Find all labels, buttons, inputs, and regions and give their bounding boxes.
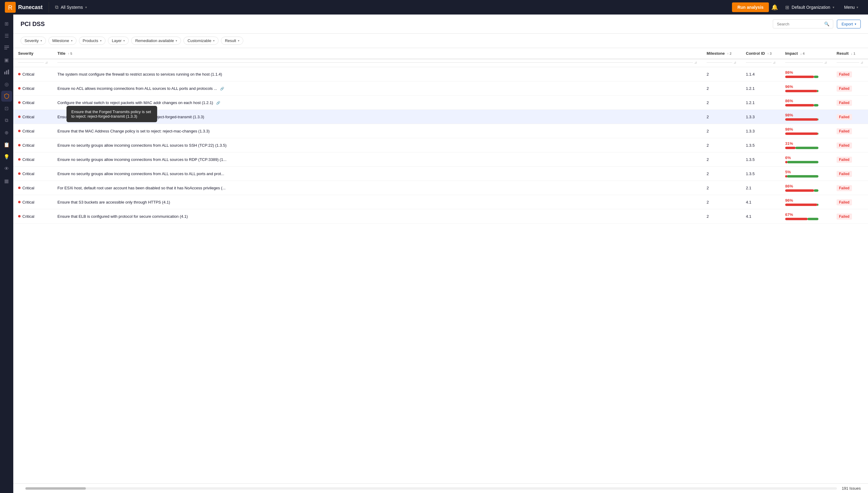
- table-row[interactable]: Critical Ensure that S3 buckets are acce…: [13, 195, 868, 209]
- filter-result[interactable]: Result ▾: [221, 37, 243, 45]
- title-text-0: The system must configure the firewall t…: [58, 72, 222, 77]
- sidebar-icon-target[interactable]: ◎: [1, 79, 12, 89]
- severity-label-0: Critical: [22, 72, 35, 77]
- controlid-cell-8: 2.1: [741, 181, 780, 195]
- external-link-icon-2[interactable]: 🔗: [216, 101, 220, 105]
- table-row[interactable]: Critical Ensure no ACL allows incoming c…: [13, 81, 868, 95]
- sidebar-icon-document[interactable]: 📋: [1, 139, 12, 150]
- sidebar-icon-link[interactable]: ⊕: [1, 127, 12, 138]
- header-right: 🔍 Export ▾: [773, 19, 861, 28]
- sidebar-icon-home[interactable]: ⊞: [1, 18, 12, 29]
- sidebar-icon-folder[interactable]: ▣: [1, 55, 12, 65]
- table-row[interactable]: Critical Ensure no security groups allow…: [13, 138, 868, 152]
- filter-remediation-chevron-icon: ▾: [176, 39, 177, 42]
- impact-bar-red-9: [785, 203, 817, 206]
- sidebar-icon-shield[interactable]: [1, 91, 12, 102]
- th-milestone[interactable]: Milestone ↑ 2: [702, 48, 741, 59]
- scroll-thumb[interactable]: [25, 487, 86, 490]
- result-cell-6: Failed: [832, 152, 868, 167]
- org-label: Default Organization: [792, 5, 830, 10]
- table-row[interactable]: Critical Ensure no security groups allow…: [13, 167, 868, 181]
- table-header-row: Severity Title ↑ 5 Milestone ↑ 2 Control…: [13, 48, 868, 59]
- filter-products-chevron-icon: ▾: [100, 39, 101, 42]
- severity-label-7: Critical: [22, 171, 35, 176]
- table-row[interactable]: Critical Ensure that the MAC Address Cha…: [13, 124, 868, 138]
- sidebar-icon-server[interactable]: ▦: [1, 175, 12, 186]
- table-container: Severity Title ↑ 5 Milestone ↑ 2 Control…: [13, 48, 868, 483]
- milestone-cell-9: 2: [702, 195, 741, 209]
- impact-bar-green-1: [817, 90, 818, 92]
- filter-severity[interactable]: Severity ▾: [21, 37, 46, 45]
- severity-label-8: Critical: [22, 186, 35, 190]
- export-button[interactable]: Export ▾: [837, 20, 861, 28]
- severity-cell-5: Critical: [13, 138, 52, 152]
- result-filter-icon[interactable]: ⊿: [861, 61, 863, 64]
- th-title[interactable]: Title ↑ 5: [52, 48, 702, 59]
- impact-bar-red-8: [785, 189, 814, 192]
- search-input[interactable]: [777, 22, 822, 26]
- controlid-cell-0: 1.1.4: [741, 67, 780, 81]
- horizontal-scrollbar[interactable]: [25, 487, 837, 490]
- title-text-6: Ensure no security groups allow incoming…: [58, 157, 226, 162]
- filter-customizable[interactable]: Customizable ▾: [183, 37, 219, 45]
- milestone-value-3: 2: [707, 115, 709, 119]
- impact-cell-0: 86%: [780, 67, 832, 81]
- search-box[interactable]: 🔍: [773, 19, 833, 28]
- severity-cell-1: Critical: [13, 81, 52, 95]
- table-row[interactable]: Critical Ensure that the Forged Transmit…: [13, 110, 868, 124]
- impact-pct-10: 67%: [785, 212, 827, 217]
- title-filter-icon[interactable]: ⊿: [694, 61, 697, 64]
- impact-bar-red-6: [785, 161, 787, 163]
- sidebar-icon-package[interactable]: ⊡: [1, 103, 12, 114]
- notifications-button[interactable]: 🔔: [769, 1, 780, 13]
- milestone-value-7: 2: [707, 171, 709, 176]
- external-link-icon-1[interactable]: 🔗: [220, 87, 224, 90]
- milestone-filter-icon[interactable]: ⊿: [733, 61, 736, 64]
- title-cell-5: Ensure no security groups allow incoming…: [52, 138, 702, 152]
- controlid-filter-icon[interactable]: ⊿: [773, 61, 776, 64]
- sidebar-icon-eye[interactable]: 👁: [1, 163, 12, 174]
- sidebar-icon-checklist[interactable]: [1, 42, 12, 53]
- filter-products[interactable]: Products ▾: [79, 37, 106, 45]
- filter-products-label: Products: [83, 38, 98, 43]
- filter-remediation[interactable]: Remediation available ▾: [131, 37, 181, 45]
- filter-controlid-cell: ⊿: [741, 59, 780, 67]
- impact-bar-10: [785, 218, 818, 220]
- title-cell-4: Ensure that the MAC Address Change polic…: [52, 124, 702, 138]
- top-nav: R Runecast ⧉ All Systems ▾ Run analysis …: [0, 0, 868, 15]
- result-badge-1: Failed: [837, 86, 852, 92]
- org-selector[interactable]: ⊞ Default Organization ▾: [780, 4, 839, 10]
- th-impact[interactable]: Impact ↓ 4: [780, 48, 832, 59]
- bell-icon: 🔔: [771, 4, 778, 10]
- th-control-id[interactable]: Control ID ↑ 3: [741, 48, 780, 59]
- table-row[interactable]: Critical Configure the virtual switch to…: [13, 95, 868, 110]
- impact-filter-icon[interactable]: ⊿: [824, 61, 827, 64]
- impact-pct-2: 86%: [785, 99, 827, 103]
- milestone-cell-2: 2: [702, 95, 741, 110]
- sidebar-icon-bulb[interactable]: 💡: [1, 151, 12, 162]
- sidebar-icon-chart[interactable]: [1, 67, 12, 78]
- filter-milestone-chevron-icon: ▾: [71, 39, 72, 42]
- run-analysis-button[interactable]: Run analysis: [732, 2, 769, 12]
- table-row[interactable]: Critical Ensure no security groups allow…: [13, 152, 868, 167]
- table-row[interactable]: Critical Ensure that ELB is configured w…: [13, 209, 868, 223]
- runecast-logo-icon: R: [5, 2, 16, 13]
- filter-layer[interactable]: Layer ▾: [108, 37, 129, 45]
- controlid-cell-4: 1.3.3: [741, 124, 780, 138]
- sidebar-icon-list[interactable]: ☰: [1, 30, 12, 41]
- milestone-cell-6: 2: [702, 152, 741, 167]
- title-cell-8: For ESXi host, default root user account…: [52, 181, 702, 195]
- th-result[interactable]: Result ↓ 1: [832, 48, 868, 59]
- result-cell-7: Failed: [832, 167, 868, 181]
- sidebar-icon-layers[interactable]: ⧉: [1, 115, 12, 126]
- severity-dot-5: [18, 144, 21, 146]
- severity-cell-0: Critical: [13, 67, 52, 81]
- table-row[interactable]: Critical The system must configure the f…: [13, 67, 868, 81]
- severity-filter-icon[interactable]: ⊿: [45, 61, 48, 64]
- systems-selector[interactable]: ⧉ All Systems ▾: [49, 4, 93, 10]
- table-row[interactable]: Critical For ESXi host, default root use…: [13, 181, 868, 195]
- filter-severity-label: Severity: [24, 38, 39, 43]
- menu-button[interactable]: Menu ▾: [839, 5, 863, 10]
- th-severity[interactable]: Severity: [13, 48, 52, 59]
- filter-milestone[interactable]: Milestone ▾: [48, 37, 76, 45]
